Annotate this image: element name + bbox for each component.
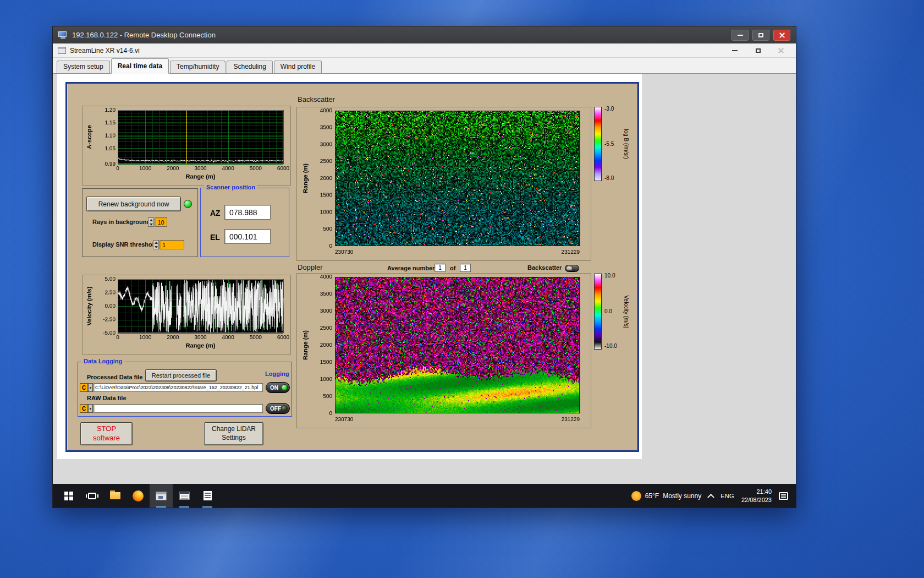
doppler-colorbar [594,274,602,350]
backscatter-cbar-tick-max: -3.0 [604,106,614,112]
rdp-window-title: 192.168.0.122 - Remote Desktop Connectio… [72,31,216,39]
vi-window-title: StreamLine XR v14-6.vi [70,47,140,54]
rdp-window: 192.168.0.122 - Remote Desktop Connectio… [52,26,796,508]
doppler-cbar-tick-mid: 0.0 [604,308,612,314]
folder-icon [110,492,120,499]
doppler-heatmap [296,273,591,428]
average-count-field[interactable]: 1 [435,264,446,272]
backscatter-cbar-tick-mid: -5.5 [604,141,614,147]
clock-date: 22/08/2023 [741,496,772,504]
backscatter-plot [297,107,591,260]
ascope-plot [82,106,290,185]
labview-app-icon [156,492,167,500]
doppler-cbar-tick-min: -10.0 [604,343,617,349]
control-panel: Backscatter Doppler Renew background now… [65,82,639,452]
az-value[interactable]: 078.988 [224,205,271,220]
rdp-minimize-button[interactable] [732,30,749,41]
firefox-icon [133,490,144,501]
doppler-colorbar-label: Velocity (m/s) [619,274,633,350]
processed-logging-toggle[interactable]: ON [266,382,290,393]
restart-processed-file-button[interactable]: Restart processed file [145,369,217,381]
action-center-icon[interactable] [779,492,788,500]
renew-background-button[interactable]: Renew background now [86,197,181,211]
el-value[interactable]: 000.101 [224,229,271,244]
snr-value[interactable]: 1 [160,240,184,249]
raw-browse-button[interactable] [88,404,93,413]
doppler-section-label: Doppler [298,263,323,271]
rays-value[interactable]: 10 [155,217,167,227]
raw-logging-toggle[interactable]: OFF [266,403,290,414]
task-view-icon [88,493,96,499]
vi-close-button[interactable] [774,45,788,56]
scanner-position-title: Scanner position [204,184,257,190]
background-controls-group: Renew background now Rays in background … [82,188,198,257]
scan-scheduler-icon [179,492,190,500]
processed-browse-button[interactable] [88,383,93,392]
data-logging-group: Data Logging Processed Data file Restart… [78,362,292,417]
processed-drive-button[interactable]: C [80,383,88,392]
change-lidar-settings-button[interactable]: Change LiDAR Settings [204,422,263,445]
remote-desktop-icon [58,31,67,39]
average-total-field[interactable]: 1 [460,264,471,272]
tab-temp-humidity[interactable]: Temp/humidity [170,61,226,73]
file-explorer-button[interactable] [103,484,127,508]
weather-sun-icon [631,491,641,501]
labview-vi-icon [58,47,66,54]
vi-minimize-button[interactable] [728,45,742,56]
labview-app-button[interactable] [150,484,173,508]
backscatter-display-toggle[interactable] [565,265,579,272]
weather-desc: Mostly sunny [663,492,701,500]
rdp-close-button[interactable] [773,30,790,41]
renew-background-label: Renew background now [98,200,169,208]
sn r-threshold-label: Display SNR threshold [92,241,158,248]
backscatter-heatmap [296,107,591,261]
backscatter-cbar-tick-min: -8.0 [604,175,614,181]
logging-off-led [281,405,288,412]
background-led [184,200,192,208]
tab-wind-profile[interactable]: Wind profile [274,61,322,73]
az-label: AZ [210,209,221,217]
windows-logo-icon [64,492,73,500]
document-app-button[interactable] [196,484,219,508]
data-logging-title: Data Logging [81,358,124,364]
snr-spinner[interactable] [153,240,159,249]
tray-expand-icon[interactable] [707,494,714,501]
doppler-plot [297,274,591,428]
rdp-restore-button[interactable] [752,30,769,41]
raw-path-field[interactable] [94,404,263,413]
task-view-button[interactable] [80,484,103,508]
processed-data-file-label: Processed Data file [87,374,143,380]
tab-system-setup[interactable]: System setup [57,61,110,73]
firefox-button[interactable] [127,484,150,508]
raw-drive-button[interactable]: C [80,404,88,413]
el-label: EL [210,233,220,242]
tab-scheduling[interactable]: Scheduling [227,61,272,73]
scan-scheduler-app-button[interactable] [173,484,196,508]
raw-data-file-label: RAW Data file [87,395,127,401]
logging-on-led [281,384,288,391]
processed-path-field[interactable]: C:\LiDAR\Data\Proc\2023\202308\20230822\… [94,383,263,392]
velocity-plot [82,275,290,354]
tab-strip: System setup Real time data Temp/humidit… [53,58,796,74]
remote-desktop: StreamLine XR v14-6.vi System setup Real… [53,43,796,508]
restart-processed-file-label: Restart processed file [152,372,210,379]
off-label: OFF [270,406,281,412]
taskbar-clock[interactable]: 21:40 22/08/2023 [741,488,772,504]
tab-real-time-data[interactable]: Real time data [111,58,169,74]
stop-software-button[interactable]: STOP software [80,422,133,445]
clock-time: 21:40 [741,488,772,496]
change-button-line2: Settings [222,434,245,443]
ascope-graph [82,106,291,186]
doppler-cbar-tick-max: 10.0 [604,272,615,279]
rays-spinner[interactable] [148,217,154,227]
taskbar-weather[interactable]: 65°F Mostly sunny [631,491,702,501]
start-button[interactable] [57,484,80,508]
vi-titlebar[interactable]: StreamLine XR v14-6.vi [53,43,796,58]
vi-restore-button[interactable] [751,45,765,56]
on-label: ON [270,385,278,391]
language-indicator[interactable]: ENG [721,493,734,499]
rdp-titlebar[interactable]: 192.168.0.122 - Remote Desktop Connectio… [53,26,796,43]
average-number-label: Average number [387,265,435,271]
average-of-label: of [450,265,455,271]
toggle-knob [566,266,573,271]
